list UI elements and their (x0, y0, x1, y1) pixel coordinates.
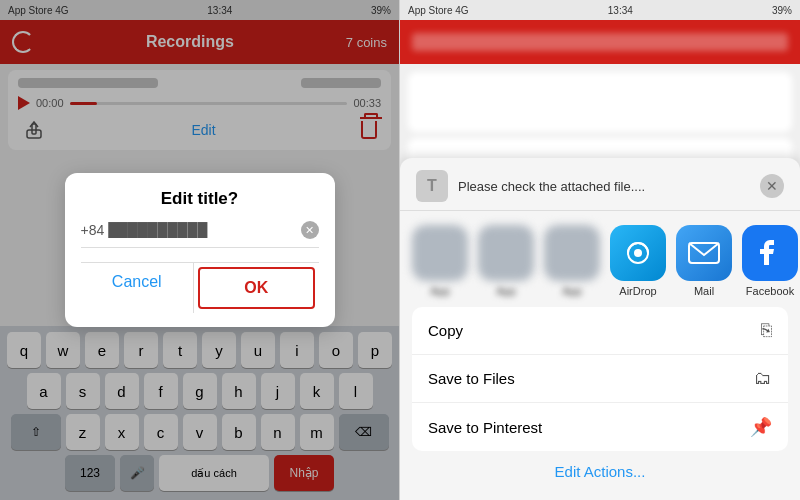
share-app-blurred-3[interactable]: App (544, 225, 600, 297)
pin-icon: 📌 (750, 416, 772, 438)
right-phone-panel: App Store 4G 13:34 39% T Please check th… (400, 0, 800, 500)
bg-item-1 (408, 72, 792, 132)
svg-point-3 (634, 249, 642, 257)
folder-icon: 🗂 (754, 368, 772, 389)
clear-input-button[interactable]: ✕ (301, 221, 319, 239)
edit-actions-button[interactable]: Edit Actions... (400, 451, 800, 492)
dialog-input-row: ✕ (81, 221, 319, 248)
share-sheet: T Please check the attached file.... ✕ A… (400, 158, 800, 500)
blurred-app-icon-2 (478, 225, 534, 281)
right-status-time: 13:34 (608, 5, 633, 16)
edit-title-dialog: Edit title? ✕ Cancel OK (65, 173, 335, 327)
share-app-blurred-2[interactable]: App (478, 225, 534, 297)
title-input[interactable] (81, 222, 301, 238)
mail-svg (688, 242, 720, 264)
action-copy-label: Copy (428, 322, 463, 339)
dialog-buttons: Cancel OK (81, 262, 319, 313)
share-close-button[interactable]: ✕ (760, 174, 784, 198)
blurred-app-label-1: App (430, 285, 450, 297)
blurred-app-label-3: App (562, 285, 582, 297)
share-message: Please check the attached file.... (458, 179, 760, 194)
action-save-pinterest[interactable]: Save to Pinterest 📌 (412, 403, 788, 451)
right-status-right: 39% (772, 5, 792, 16)
mail-label: Mail (694, 285, 714, 297)
action-copy[interactable]: Copy ⎘ (412, 307, 788, 355)
right-status-left: App Store 4G (408, 5, 469, 16)
airdrop-label: AirDrop (619, 285, 656, 297)
share-apps-row: App App App AirDr (400, 211, 800, 307)
share-app-blurred-1[interactable]: App (412, 225, 468, 297)
right-header-content (412, 33, 788, 51)
action-save-pinterest-label: Save to Pinterest (428, 419, 542, 436)
right-app-header (400, 20, 800, 64)
blurred-app-label-2: App (496, 285, 516, 297)
action-save-files-label: Save to Files (428, 370, 515, 387)
share-header: T Please check the attached file.... ✕ (400, 158, 800, 211)
blurred-app-icon-1 (412, 225, 468, 281)
dialog-title: Edit title? (81, 189, 319, 209)
ok-button[interactable]: OK (198, 267, 315, 309)
dialog-overlay: Edit title? ✕ Cancel OK (0, 0, 399, 500)
share-app-mail[interactable]: Mail (676, 225, 732, 297)
right-status-bar: App Store 4G 13:34 39% (400, 0, 800, 20)
share-actions-list: Copy ⎘ Save to Files 🗂 Save to Pinterest… (412, 307, 788, 451)
cancel-button[interactable]: Cancel (81, 263, 195, 313)
mail-icon (676, 225, 732, 281)
airdrop-icon (610, 225, 666, 281)
share-app-airdrop[interactable]: AirDrop (610, 225, 666, 297)
airdrop-svg (622, 237, 654, 269)
action-save-files[interactable]: Save to Files 🗂 (412, 355, 788, 403)
share-app-facebook[interactable]: Facebook (742, 225, 798, 297)
facebook-svg (756, 237, 784, 269)
sender-avatar: T (416, 170, 448, 202)
facebook-icon (742, 225, 798, 281)
left-phone-panel: App Store 4G 13:34 39% Recordings 7 coin… (0, 0, 400, 500)
blurred-app-icon-3 (544, 225, 600, 281)
facebook-label: Facebook (746, 285, 794, 297)
copy-icon: ⎘ (761, 320, 772, 341)
